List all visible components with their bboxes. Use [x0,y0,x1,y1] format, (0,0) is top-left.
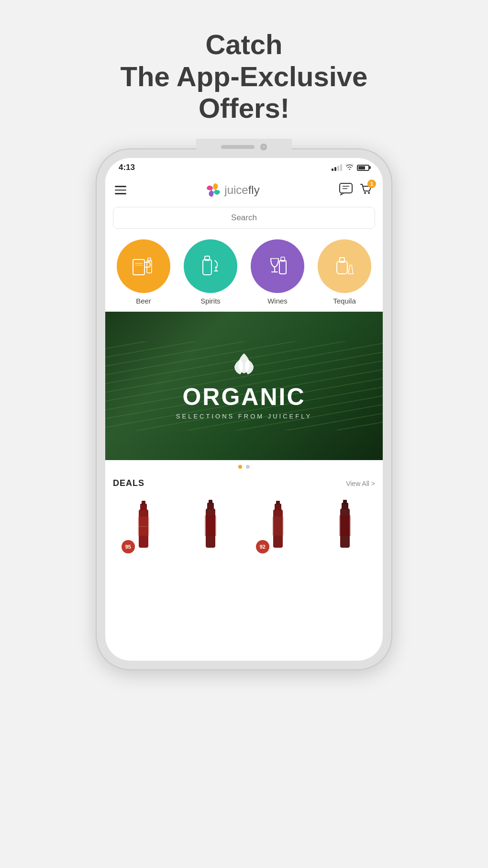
banner-subtitle: SELECTIONS FROM JUICEFLY [176,413,312,420]
logo: juicefly [205,182,259,198]
status-time: 4:13 [119,163,135,172]
score-badge-1: 95 [122,540,135,553]
svg-rect-27 [275,504,281,510]
banner-title: ORGANIC [176,383,312,411]
deals-header: DEALS View All > [113,478,375,488]
header-actions: 1 [339,182,373,198]
product-card-4[interactable] [315,495,376,557]
leaf-icon [176,352,312,378]
wifi-icon [345,164,354,171]
svg-rect-18 [140,504,147,510]
hero-section: Catch The App-Exclusive Offers! [111,0,377,144]
status-icons [332,164,369,171]
svg-rect-11 [203,259,211,275]
app-header: juicefly [105,175,383,203]
svg-rect-28 [276,501,280,505]
svg-point-0 [212,189,215,192]
svg-rect-8 [148,258,151,261]
wines-label: Wines [267,297,288,305]
banner-background: ORGANIC SELECTIONS FROM JUICEFLY [105,312,383,460]
spirits-circle [184,239,237,293]
beer-circle [117,239,170,293]
phone-notch [196,139,292,155]
cart-button[interactable]: 1 [359,182,373,198]
svg-rect-24 [209,500,212,504]
deals-title: DEALS [113,478,144,488]
carousel-dot-2[interactable] [246,465,250,469]
wines-circle [251,239,304,293]
hero-heading: Catch The App-Exclusive Offers! [121,29,368,124]
search-section [105,203,383,235]
carousel-dot-1[interactable] [238,465,242,469]
svg-point-4 [364,192,366,194]
product-card-1[interactable]: 95 [113,495,174,557]
logo-text: juicefly [224,183,259,197]
front-camera [260,144,267,150]
svg-rect-6 [133,259,144,275]
svg-rect-32 [343,500,347,504]
cart-badge: 1 [367,180,376,188]
search-input[interactable] [113,207,375,229]
spirits-label: Spirits [200,297,221,305]
category-tequila[interactable]: Tequila [318,239,371,305]
svg-rect-1 [340,183,352,193]
phone-screen: 4:13 [105,158,383,661]
promo-banner[interactable]: ORGANIC SELECTIONS FROM JUICEFLY [105,312,383,460]
view-all-button[interactable]: View All > [346,480,375,487]
logo-icon [205,182,222,198]
tequila-label: Tequila [333,297,356,305]
products-row: 95 [113,495,375,557]
svg-rect-25 [205,515,216,536]
svg-point-5 [368,192,370,194]
svg-rect-31 [342,503,348,509]
svg-rect-15 [337,261,347,274]
category-wines[interactable]: Wines [251,239,304,305]
categories-section: Beer Spirits [105,235,383,312]
banner-content: ORGANIC SELECTIONS FROM JUICEFLY [176,352,312,420]
deals-section: DEALS View All > [105,472,383,562]
svg-rect-13 [279,260,286,274]
phone-mockup: 4:13 [96,148,392,670]
battery-icon [357,165,369,171]
svg-rect-23 [207,503,214,509]
svg-rect-29 [272,517,284,536]
carousel-dots [105,460,383,472]
category-beer[interactable]: Beer [117,239,170,305]
score-badge-3: 92 [256,540,269,553]
speaker-grille [221,145,255,149]
beer-label: Beer [136,297,151,305]
menu-button[interactable] [115,186,126,194]
category-spirits[interactable]: Spirits [184,239,237,305]
product-card-3[interactable]: 92 [247,495,308,557]
signal-icon [332,164,342,171]
svg-rect-33 [339,515,351,536]
status-bar: 4:13 [105,158,383,175]
chat-button[interactable] [339,182,353,198]
product-card-2[interactable] [180,495,241,557]
tequila-circle [318,239,371,293]
svg-rect-19 [142,501,145,505]
svg-rect-21 [139,526,148,527]
phone-shell: 4:13 [96,148,392,670]
